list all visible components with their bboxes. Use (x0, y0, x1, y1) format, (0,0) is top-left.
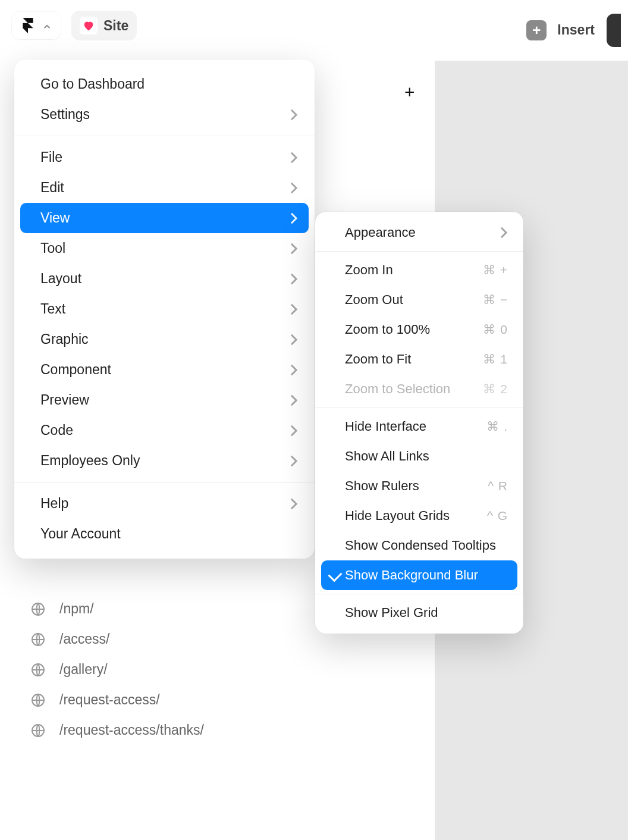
submenu-item-zoom-100[interactable]: Zoom to 100% ⌘ 0 (315, 315, 523, 344)
menu-divider (14, 136, 315, 136)
menu-item-help[interactable]: Help (14, 488, 315, 519)
menu-item-label: Text (40, 301, 65, 317)
menu-item-code[interactable]: Code (14, 415, 315, 446)
view-submenu: Appearance Zoom In ⌘ + Zoom Out ⌘ − Zoom… (315, 212, 523, 634)
keyboard-shortcut: ⌘ 1 (483, 352, 508, 366)
menu-item-edit[interactable]: Edit (14, 173, 315, 203)
submenu-divider (315, 408, 523, 408)
pages-list: /npm/ /access/ /gallery/ /request-access… (31, 601, 204, 738)
page-path: /request-access/thanks/ (59, 722, 204, 738)
keyboard-shortcut: ⌘ + (483, 263, 508, 277)
app-menu: Go to Dashboard Settings File Edit View … (14, 59, 315, 559)
keyboard-shortcut: ⌘ 0 (483, 322, 508, 337)
submenu-label: Show Rulers (345, 478, 419, 494)
submenu-label: Zoom In (345, 262, 393, 278)
menu-item-layout[interactable]: Layout (14, 264, 315, 294)
site-switcher-button[interactable]: Site (71, 11, 137, 40)
menu-item-label: Your Account (40, 526, 121, 542)
submenu-item-appearance[interactable]: Appearance (315, 218, 523, 247)
keyboard-shortcut: ⌘ 2 (483, 382, 508, 396)
menu-item-file[interactable]: File (14, 142, 315, 173)
submenu-item-zoom-selection: Zoom to Selection ⌘ 2 (315, 374, 523, 404)
submenu-label: Show Condensed Tooltips (345, 538, 496, 553)
menu-item-label: Layout (40, 271, 81, 287)
chevron-right-icon (290, 363, 298, 377)
insert-button[interactable]: + Insert (526, 20, 595, 40)
submenu-label: Show Pixel Grid (345, 605, 438, 620)
menu-item-employees[interactable]: Employees Only (14, 446, 315, 476)
plus-icon: + (526, 20, 547, 40)
page-path: /npm/ (59, 601, 94, 617)
menu-item-dashboard[interactable]: Go to Dashboard (14, 69, 315, 99)
submenu-item-zoom-fit[interactable]: Zoom to Fit ⌘ 1 (315, 344, 523, 374)
menu-item-label: Preview (40, 392, 89, 408)
panel-edge (607, 14, 621, 47)
chevron-right-icon (290, 181, 298, 195)
page-row[interactable]: /npm/ (31, 601, 204, 617)
page-row[interactable]: /request-access/thanks/ (31, 722, 204, 738)
menu-item-label: Go to Dashboard (40, 76, 145, 92)
page-path: /gallery/ (59, 662, 108, 678)
chevron-right-icon (290, 212, 298, 225)
chevron-right-icon (290, 242, 298, 255)
menu-divider (14, 482, 315, 482)
submenu-label: Zoom to Fit (345, 352, 411, 367)
globe-icon (31, 602, 45, 616)
menu-item-account[interactable]: Your Account (14, 519, 315, 549)
menu-item-view[interactable]: View (20, 203, 309, 233)
menu-item-label: Help (40, 496, 68, 512)
keyboard-shortcut: ⌘ . (486, 419, 508, 434)
menu-item-label: Edit (40, 180, 64, 196)
page-row[interactable]: /request-access/ (31, 692, 204, 708)
menu-item-settings[interactable]: Settings (14, 99, 315, 130)
submenu-item-background-blur[interactable]: Show Background Blur (321, 560, 517, 590)
heart-icon (80, 17, 98, 35)
menu-item-text[interactable]: Text (14, 294, 315, 324)
menu-item-graphic[interactable]: Graphic (14, 324, 315, 355)
globe-icon (31, 632, 45, 647)
chevron-right-icon (290, 497, 298, 510)
menu-item-label: Settings (40, 106, 90, 123)
chevron-right-icon (290, 272, 298, 286)
submenu-item-show-links[interactable]: Show All Links (315, 441, 523, 471)
menu-item-label: File (40, 149, 62, 165)
submenu-divider (315, 251, 523, 252)
submenu-label: Show All Links (345, 449, 429, 464)
chevron-right-icon (290, 303, 298, 316)
menu-item-tool[interactable]: Tool (14, 233, 315, 264)
chevron-right-icon (290, 151, 298, 164)
keyboard-shortcut: ^ R (488, 479, 508, 493)
page-row[interactable]: /access/ (31, 631, 204, 647)
submenu-label: Show Background Blur (345, 568, 478, 583)
globe-icon (31, 693, 45, 707)
app-menu-button[interactable] (12, 12, 61, 39)
menu-item-preview[interactable]: Preview (14, 385, 315, 415)
submenu-label: Zoom to 100% (345, 322, 430, 337)
menu-item-label: Code (40, 422, 73, 438)
submenu-label: Zoom to Selection (345, 381, 450, 397)
add-page-icon[interactable]: + (404, 82, 415, 102)
page-row[interactable]: /gallery/ (31, 662, 204, 678)
chevron-right-icon (500, 226, 508, 239)
submenu-item-pixel-grid[interactable]: Show Pixel Grid (315, 598, 523, 628)
chevron-right-icon (290, 455, 298, 468)
menu-item-label: Tool (40, 240, 65, 256)
submenu-label: Hide Interface (345, 419, 426, 434)
submenu-item-hide-grids[interactable]: Hide Layout Grids ^ G (315, 501, 523, 531)
insert-label: Insert (557, 22, 595, 38)
submenu-item-condensed-tooltips[interactable]: Show Condensed Tooltips (315, 531, 523, 560)
page-path: /request-access/ (59, 692, 160, 708)
globe-icon (31, 723, 45, 738)
submenu-item-show-rulers[interactable]: Show Rulers ^ R (315, 471, 523, 501)
menu-item-component[interactable]: Component (14, 355, 315, 385)
submenu-item-zoom-out[interactable]: Zoom Out ⌘ − (315, 285, 523, 315)
menu-item-label: Graphic (40, 331, 89, 347)
keyboard-shortcut: ^ G (487, 509, 508, 523)
site-label: Site (103, 18, 128, 34)
chevron-right-icon (290, 108, 298, 121)
submenu-label: Appearance (345, 225, 416, 240)
page-path: /access/ (59, 631, 109, 647)
submenu-label: Zoom Out (345, 292, 403, 308)
submenu-item-hide-interface[interactable]: Hide Interface ⌘ . (315, 412, 523, 441)
submenu-item-zoom-in[interactable]: Zoom In ⌘ + (315, 255, 523, 285)
